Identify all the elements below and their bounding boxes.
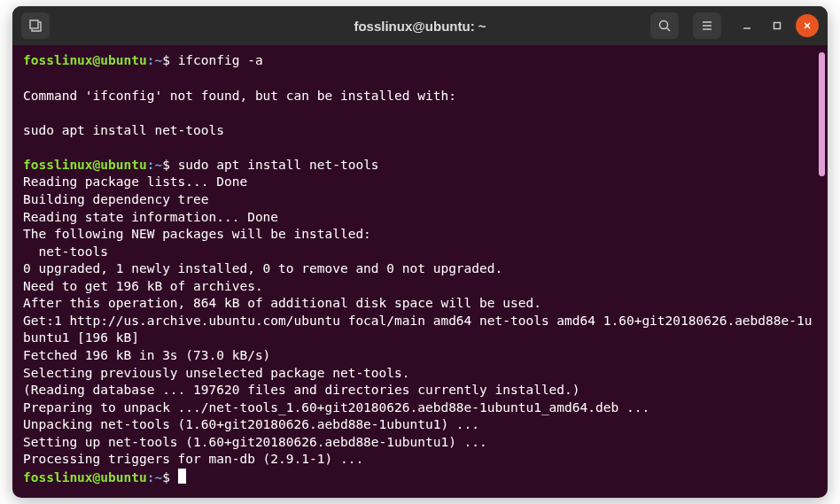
hamburger-icon: [700, 19, 714, 33]
prompt-line: fosslinux@ubuntu:~$ ifconfig -a: [23, 52, 817, 70]
maximize-button[interactable]: [766, 14, 789, 37]
svg-point-1: [660, 21, 668, 29]
output-line: Preparing to unpack .../net-tools_1.60+g…: [23, 399, 817, 417]
minimize-button[interactable]: [735, 14, 758, 37]
svg-rect-7: [774, 23, 781, 29]
output-block: Reading package lists... DoneBuilding de…: [23, 174, 817, 469]
prompt-dollar: $: [162, 53, 170, 67]
terminal-body[interactable]: fosslinux@ubuntu:~$ ifconfig -a Command …: [12, 45, 828, 497]
scrollbar-thumb[interactable]: [819, 52, 825, 176]
command-text: sudo apt install net-tools: [178, 158, 379, 172]
terminal-window: fosslinux@ubuntu: ~ fosslinux@ubuntu:~$ …: [12, 6, 828, 497]
cursor: [178, 469, 186, 484]
prompt-path: ~: [154, 158, 162, 172]
output-line: net-tools: [23, 244, 817, 261]
close-icon: [802, 20, 813, 31]
output-line: The following NEW packages will be insta…: [23, 226, 817, 244]
prompt-line: fosslinux@ubuntu:~$ sudo apt install net…: [23, 157, 817, 174]
output-line: Building dependency tree: [23, 191, 817, 209]
menu-button[interactable]: [693, 12, 721, 39]
output-line: Get:1 http://us.archive.ubuntu.com/ubunt…: [23, 313, 817, 347]
minimize-icon: [742, 20, 752, 31]
svg-line-2: [667, 28, 671, 32]
prompt-user: fosslinux@ubuntu: [23, 53, 147, 67]
close-button[interactable]: [796, 14, 819, 37]
output-line: Setting up net-tools (1.60+git20180626.a…: [23, 434, 817, 452]
output-line: sudo apt install net-tools: [23, 122, 817, 140]
new-tab-icon: [28, 19, 43, 33]
maximize-icon: [772, 20, 782, 31]
command-text: ifconfig -a: [178, 53, 263, 67]
new-tab-button[interactable]: [21, 12, 50, 39]
output-line: Need to get 196 kB of archives.: [23, 278, 817, 296]
svg-rect-0: [30, 20, 38, 28]
output-line: Reading package lists... Done: [23, 174, 817, 191]
output-line: Unpacking net-tools (1.60+git20180626.ae…: [23, 416, 817, 434]
output-line: (Reading database ... 197620 files and d…: [23, 382, 817, 399]
search-button[interactable]: [650, 12, 679, 39]
prompt-path: ~: [154, 53, 162, 67]
prompt-user: fosslinux@ubuntu: [23, 158, 147, 172]
search-icon: [657, 19, 672, 33]
output-line: 0 upgraded, 1 newly installed, 0 to remo…: [23, 260, 817, 278]
output-line: Command 'ifconfig' not found, but can be…: [23, 88, 817, 105]
output-line: [23, 70, 817, 88]
output-line: [23, 105, 817, 122]
output-line: Processing triggers for man-db (2.9.1-1)…: [23, 451, 817, 469]
output-line: Fetched 196 kB in 3s (73.0 kB/s): [23, 347, 817, 365]
prompt-user: fosslinux@ubuntu: [23, 470, 147, 485]
prompt-line: fosslinux@ubuntu:~$: [23, 469, 817, 487]
output-line: Reading state information... Done: [23, 209, 817, 227]
output-line: After this operation, 864 kB of addition…: [23, 295, 817, 313]
prompt-dollar: $: [162, 470, 170, 485]
output-line: [23, 139, 817, 157]
prompt-path: ~: [154, 470, 162, 485]
prompt-dollar: $: [162, 158, 170, 172]
titlebar: fosslinux@ubuntu: ~: [12, 6, 828, 45]
output-line: Selecting previously unselected package …: [23, 365, 817, 383]
